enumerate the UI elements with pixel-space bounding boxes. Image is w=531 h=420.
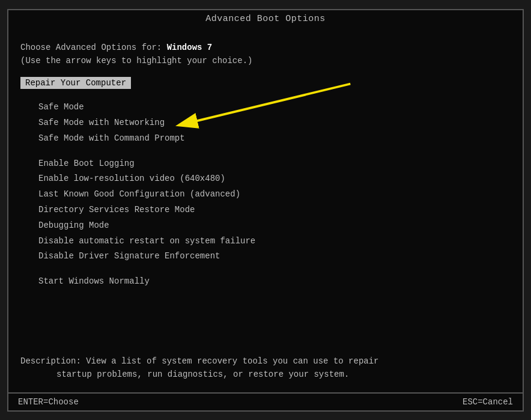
menu-item-safe-mode-command[interactable]: Safe Mode with Command Prompt xyxy=(20,131,511,147)
menu-item-low-res-video[interactable]: Enable low-resolution video (640x480) xyxy=(20,171,511,187)
description-text2: startup problems, run diagnostics, or re… xyxy=(20,370,349,379)
footer-bar: ENTER=Choose ESC=Cancel xyxy=(8,392,523,410)
menu-group-3: Start Windows Normally xyxy=(20,274,511,290)
menu-item-directory-services[interactable]: Directory Services Restore Mode xyxy=(20,202,511,218)
menu-item-disable-restart[interactable]: Disable automatic restart on system fail… xyxy=(20,234,511,249)
menu-item-safe-mode-networking[interactable]: Safe Mode with Networking xyxy=(20,115,511,131)
title-bar: Advanced Boot Options xyxy=(8,10,523,30)
intro-os: Windows 7 xyxy=(167,43,213,52)
menu-group-1: Safe Mode Safe Mode with Networking Safe… xyxy=(20,100,511,146)
enter-label: ENTER=Choose xyxy=(18,397,79,407)
menu-item-safe-mode[interactable]: Safe Mode xyxy=(20,100,511,115)
boot-screen: Advanced Boot Options Choose Advanced Op… xyxy=(7,9,524,412)
selected-menu-item[interactable]: Repair Your Computer xyxy=(20,77,131,89)
description-area: Description: View a list of system recov… xyxy=(20,355,511,382)
intro-prefix: Choose Advanced Options for: xyxy=(20,43,167,52)
intro-text: Choose Advanced Options for: Windows 7 (… xyxy=(20,41,511,68)
menu-item-boot-logging[interactable]: Enable Boot Logging xyxy=(20,156,511,172)
description-text: View a list of system recovery tools you… xyxy=(86,356,378,366)
menu-item-debugging[interactable]: Debugging Mode xyxy=(20,218,511,234)
screen-title: Advanced Boot Options xyxy=(205,14,326,24)
menu-item-disable-driver-sig[interactable]: Disable Driver Signature Enforcement xyxy=(20,249,511,264)
menu-item-start-normally[interactable]: Start Windows Normally xyxy=(20,274,511,290)
intro-line2: (Use the arrow keys to highlight your ch… xyxy=(20,56,252,65)
esc-label: ESC=Cancel xyxy=(463,397,513,407)
menu-group-2: Enable Boot Logging Enable low-resolutio… xyxy=(20,156,511,265)
description-prefix: Description: xyxy=(20,356,86,366)
content-area: Choose Advanced Options for: Windows 7 (… xyxy=(8,30,523,392)
menu-item-last-known-good[interactable]: Last Known Good Configuration (advanced) xyxy=(20,187,511,202)
